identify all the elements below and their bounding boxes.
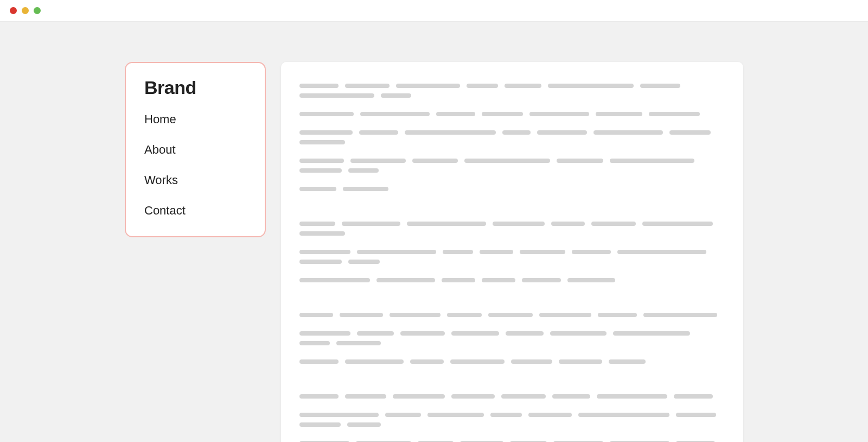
placeholder-segment [299, 278, 370, 282]
placeholder-segment [572, 250, 611, 254]
placeholder-segment [299, 187, 336, 191]
placeholder-segment [405, 130, 496, 135]
placeholder-segment [385, 413, 421, 417]
placeholder-segment [299, 222, 335, 226]
placeholder-segment [552, 394, 590, 399]
window-titlebar [0, 0, 868, 22]
placeholder-segment [299, 394, 339, 399]
placeholder-segment [443, 250, 473, 254]
placeholder-segment [340, 313, 383, 317]
placeholder-segment [643, 313, 717, 317]
placeholder-segment [505, 84, 541, 88]
placeholder-line [299, 278, 725, 282]
close-icon[interactable] [10, 7, 17, 14]
placeholder-line [299, 413, 725, 427]
placeholder-segment [642, 222, 713, 226]
placeholder-segment [357, 250, 436, 254]
placeholder-segment [467, 84, 498, 88]
placeholder-segment [557, 159, 603, 163]
placeholder-segment [299, 93, 374, 98]
placeholder-segment [299, 159, 344, 163]
placeholder-segment [596, 112, 642, 116]
placeholder-segment [350, 159, 406, 163]
placeholder-segment [381, 93, 411, 98]
placeholder-segment [649, 112, 700, 116]
placeholder-segment [451, 394, 495, 399]
placeholder-segment [551, 222, 585, 226]
placeholder-paragraph [299, 222, 725, 282]
placeholder-segment [299, 84, 339, 88]
placeholder-segment [360, 112, 430, 116]
page-body: Brand Home About Works Contact [0, 22, 868, 442]
placeholder-segment [597, 394, 667, 399]
sidebar-item-home[interactable]: Home [144, 112, 246, 127]
sidebar: Brand Home About Works Contact [125, 62, 266, 237]
placeholder-segment [427, 413, 484, 417]
zoom-icon[interactable] [34, 7, 41, 14]
placeholder-segment [447, 313, 482, 317]
placeholder-segment [451, 331, 499, 336]
placeholder-segment [482, 278, 515, 282]
placeholder-segment [482, 112, 523, 116]
brand-title: Brand [144, 77, 246, 98]
placeholder-segment [578, 413, 669, 417]
placeholder-segment [376, 278, 435, 282]
sidebar-item-works[interactable]: Works [144, 173, 246, 187]
placeholder-segment [407, 222, 486, 226]
placeholder-segment [412, 159, 458, 163]
placeholder-segment [591, 222, 636, 226]
placeholder-segment [436, 112, 475, 116]
placeholder-segment [299, 231, 345, 236]
placeholder-segment [501, 394, 546, 399]
placeholder-segment [480, 250, 513, 254]
placeholder-segment [598, 313, 637, 317]
placeholder-segment [359, 130, 398, 135]
placeholder-segment [609, 359, 646, 364]
placeholder-segment [299, 359, 339, 364]
placeholder-line [299, 394, 725, 399]
placeholder-segment [550, 331, 607, 336]
placeholder-segment [342, 222, 400, 226]
sidebar-item-about[interactable]: About [144, 143, 246, 157]
placeholder-paragraph [299, 84, 725, 191]
placeholder-segment [299, 130, 353, 135]
placeholder-segment [464, 159, 550, 163]
placeholder-segment [299, 313, 333, 317]
placeholder-segment [559, 359, 602, 364]
placeholder-segment [442, 278, 475, 282]
placeholder-line [299, 222, 725, 236]
minimize-icon[interactable] [22, 7, 29, 14]
placeholder-segment [676, 413, 716, 417]
placeholder-line [299, 331, 725, 345]
placeholder-segment [336, 341, 381, 345]
placeholder-segment [299, 140, 345, 144]
placeholder-segment [299, 168, 342, 173]
placeholder-segment [348, 168, 379, 173]
placeholder-segment [299, 341, 330, 345]
placeholder-segment [348, 260, 380, 264]
placeholder-segment [493, 222, 545, 226]
placeholder-segment [522, 278, 561, 282]
placeholder-segment [674, 394, 713, 399]
placeholder-segment [613, 331, 690, 336]
placeholder-segment [520, 250, 565, 254]
placeholder-segment [537, 130, 587, 135]
placeholder-paragraph [299, 313, 725, 364]
placeholder-segment [450, 359, 505, 364]
placeholder-segment [511, 359, 552, 364]
sidebar-item-contact[interactable]: Contact [144, 204, 246, 218]
placeholder-segment [490, 413, 522, 417]
sidebar-menu: Home About Works Contact [144, 112, 246, 218]
placeholder-segment [299, 331, 350, 336]
placeholder-segment [539, 313, 591, 317]
placeholder-line [299, 159, 725, 173]
placeholder-line [299, 112, 725, 116]
placeholder-segment [610, 159, 694, 163]
placeholder-segment [345, 394, 386, 399]
placeholder-paragraph [299, 394, 725, 442]
placeholder-segment [548, 84, 634, 88]
placeholder-segment [502, 130, 531, 135]
placeholder-line [299, 313, 725, 317]
placeholder-segment [357, 331, 394, 336]
content-panel [281, 62, 743, 442]
